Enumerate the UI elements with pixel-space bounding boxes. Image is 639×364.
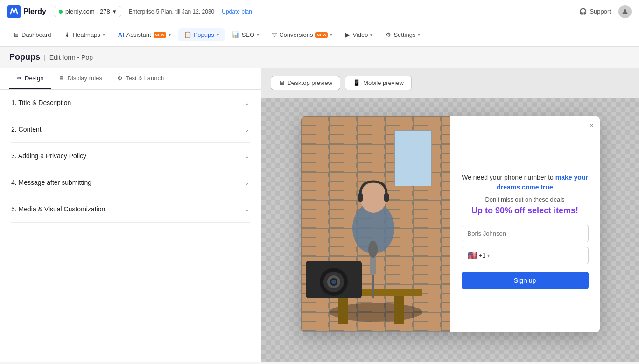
seo-chevron-icon: ▾ [257,32,259,37]
nav-heatmaps-label: Heatmaps [73,31,100,38]
accordion-media-label: 5. Media & Visual Customization [11,205,105,213]
mobile-preview-button[interactable]: 📱 Mobile preview [345,76,412,90]
settings-icon: ⚙ [386,31,391,38]
tab-display-rules-label: Display rules [67,75,102,82]
tab-display-rules[interactable]: 🖥 Display rules [51,68,109,89]
phone-code: +1 [479,252,486,259]
accordion-media-chevron-icon: ⌄ [244,205,250,213]
site-chevron-icon: ▾ [113,8,116,15]
svg-rect-10 [431,130,432,186]
video-chevron-icon: ▾ [370,32,372,37]
heatmaps-icon: 🌡 [64,31,70,38]
popup-form-panel: × We need your phone number to make your… [450,116,600,332]
accordion-privacy-chevron-icon: ⌄ [244,152,250,160]
assistant-new-badge: NEW [154,32,166,38]
breadcrumb: Popups | Edit form - Pop [0,47,639,68]
accordion-title-desc-header[interactable]: 1. Title & Description ⌄ [11,90,250,116]
nav-dashboard[interactable]: 🖥 Dashboard [7,28,57,41]
desktop-preview-button[interactable]: 🖥 Desktop preview [271,76,340,90]
page-title: Popups [9,52,40,62]
site-selector[interactable]: plerdy.com - 278 ▾ [54,6,121,17]
popups-icon: 📋 [184,31,191,38]
gear-icon: ⚙ [117,75,123,82]
svg-rect-27 [372,275,374,298]
nav-settings[interactable]: ⚙ Settings ▾ [380,28,426,41]
nav-popups-label: Popups [194,31,214,38]
nav-seo[interactable]: 📊 SEO ▾ [226,28,265,41]
svg-rect-15 [384,193,389,202]
user-avatar[interactable] [618,5,632,18]
svg-rect-17 [338,296,348,324]
accordion-privacy: 3. Adding a Privacy Policy ⌄ [11,143,250,169]
svg-rect-8 [394,130,432,131]
accordion-message-label: 4. Message after submitting [11,179,91,186]
tab-design[interactable]: ✏ Design [9,68,51,89]
support-label: Support [590,8,611,15]
popup-name-input[interactable] [462,225,589,242]
accordion-message-header[interactable]: 4. Message after submitting ⌄ [11,169,250,196]
accordion-content-label: 2. Content [11,126,42,133]
conversions-new-badge: NEW [315,32,328,38]
nav-seo-label: SEO [242,31,254,38]
headphone-icon: 🎧 [579,8,587,15]
popup-phone-field[interactable]: 🇺🇸 +1 ▾ [462,247,589,264]
nav-heatmaps[interactable]: 🌡 Heatmaps ▾ [59,28,111,41]
nav-assistant[interactable]: AI Assistant NEW ▾ [112,28,176,41]
logo-text: Plerdy [23,7,46,16]
nav-video-label: Video [352,31,368,38]
signup-button[interactable]: Sign up [462,272,589,289]
nav-video[interactable]: ▶ Video ▾ [340,28,378,41]
flag-icon: 🇺🇸 [468,251,477,260]
accordion-content-chevron-icon: ⌄ [244,126,250,133]
popup-headline-text: We need your phone number to make your d… [462,173,589,192]
preview-area: × We need your phone number to make your… [261,98,639,362]
svg-rect-9 [394,130,395,186]
preview-controls: 🖥 Desktop preview 📱 Mobile preview [261,68,639,98]
mobile-icon: 📱 [353,79,360,86]
plan-text: Enterprise-5 Plan, till Jan 12, 2030 [129,8,214,15]
accordion-title-desc-label: 1. Title & Description [11,99,71,106]
tab-test-launch[interactable]: ⚙ Test & Launch [110,68,171,89]
accordion-media-header[interactable]: 5. Media & Visual Customization ⌄ [11,196,250,222]
update-plan-link[interactable]: Update plan [222,8,252,15]
accordion-content-header[interactable]: 2. Content ⌄ [11,116,250,142]
support-button[interactable]: 🎧 Support [579,8,611,15]
desktop-preview-label: Desktop preview [288,79,332,86]
monitor-icon: 🖥 [58,75,64,82]
svg-point-24 [331,280,336,284]
tab-bar: ✏ Design 🖥 Display rules ⚙ Test & Launch [0,68,261,90]
conversions-chevron-icon: ▾ [330,32,332,37]
svg-point-13 [360,183,386,213]
main-layout: ✏ Design 🖥 Display rules ⚙ Test & Launch… [0,68,639,362]
assistant-icon: AI [118,31,124,38]
svg-rect-7 [394,130,432,186]
nav-popups[interactable]: 📋 Popups ▾ [178,28,225,41]
desktop-icon: 🖥 [279,79,285,86]
accordion-message-chevron-icon: ⌄ [244,179,250,186]
phone-chevron-icon: ▾ [487,253,490,258]
pencil-icon: ✏ [17,75,22,82]
accordion-title-desc: 1. Title & Description ⌄ [11,90,250,116]
accordion-privacy-header[interactable]: 3. Adding a Privacy Policy ⌄ [11,143,250,169]
accordion: 1. Title & Description ⌄ 2. Content ⌄ 3.… [0,90,261,223]
dashboard-icon: 🖥 [13,31,19,38]
logo[interactable]: Plerdy [7,5,46,18]
heatmaps-chevron-icon: ▾ [103,32,105,37]
left-panel: ✏ Design 🖥 Display rules ⚙ Test & Launch… [0,68,261,362]
popup-image-panel [301,116,450,332]
breadcrumb-subtitle: Edit form - Pop [49,54,93,61]
nav-conversions[interactable]: ▽ Conversions NEW ▾ [267,28,338,41]
accordion-privacy-label: 3. Adding a Privacy Policy [11,152,86,160]
accordion-message: 4. Message after submitting ⌄ [11,169,250,196]
svg-point-26 [368,241,378,258]
popup-subtext: Don't miss out on these deals [462,196,589,203]
popup-close-button[interactable]: × [589,121,594,131]
popup-preview: × We need your phone number to make your… [301,116,600,332]
nav-conversions-label: Conversions [279,31,313,38]
site-name: plerdy.com - 278 [65,8,110,15]
site-status-dot [59,10,63,14]
nav-dashboard-label: Dashboard [21,31,51,38]
assistant-chevron-icon: ▾ [169,32,171,37]
accordion-media: 5. Media & Visual Customization ⌄ [11,196,250,223]
popup-headline-normal: We need your phone number to [462,174,555,181]
